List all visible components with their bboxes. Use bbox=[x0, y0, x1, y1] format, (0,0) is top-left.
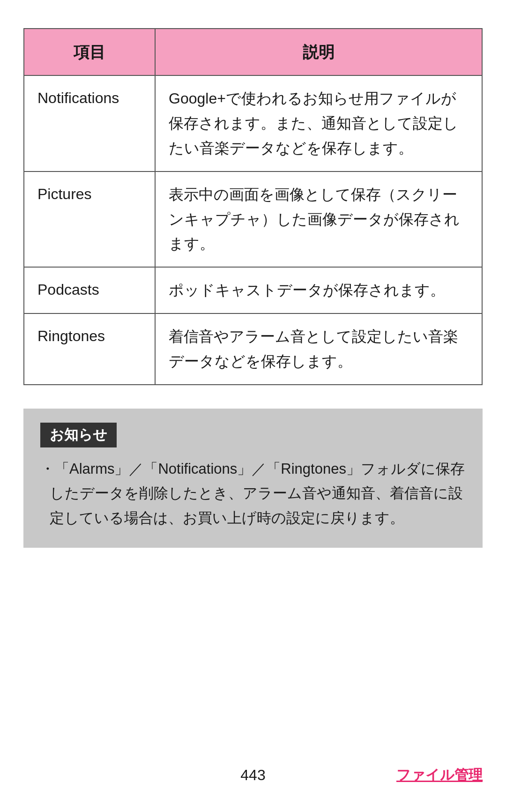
table-cell-description: ポッドキャストデータが保存されます。 bbox=[155, 267, 482, 313]
table-cell-description: Google+で使われるお知らせ用ファイルが保存されます。また、通知音として設定… bbox=[155, 75, 482, 171]
table-row: Pictures表示中の画面を画像として保存（スクリーンキャプチャ）した画像デー… bbox=[24, 171, 482, 267]
table-cell-item: Podcasts bbox=[24, 267, 155, 313]
notice-box: お知らせ ・「Alarms」／「Notifications」／「Ringtone… bbox=[23, 409, 483, 548]
table-header-item: 項目 bbox=[24, 29, 155, 75]
table-cell-item: Pictures bbox=[24, 171, 155, 267]
table-cell-description: 表示中の画面を画像として保存（スクリーンキャプチャ）した画像データが保存されます… bbox=[155, 171, 482, 267]
footer: 443 ファイル管理 bbox=[23, 748, 483, 784]
notice-header: お知らせ bbox=[40, 423, 117, 447]
table-row: Ringtones着信音やアラーム音として設定したい音楽データなどを保存します。 bbox=[24, 313, 482, 385]
section-label: ファイル管理 bbox=[396, 766, 483, 785]
table-cell-item: Ringtones bbox=[24, 313, 155, 385]
table-row: NotificationsGoogle+で使われるお知らせ用ファイルが保存されま… bbox=[24, 75, 482, 171]
table-cell-description: 着信音やアラーム音として設定したい音楽データなどを保存します。 bbox=[155, 313, 482, 385]
table-cell-item: Notifications bbox=[24, 75, 155, 171]
table-row: Podcastsポッドキャストデータが保存されます。 bbox=[24, 267, 482, 313]
notice-body: ・「Alarms」／「Notifications」／「Ringtones」フォル… bbox=[40, 457, 466, 531]
main-table: 項目 説明 NotificationsGoogle+で使われるお知らせ用ファイル… bbox=[23, 28, 483, 385]
table-header-description: 説明 bbox=[155, 29, 482, 75]
